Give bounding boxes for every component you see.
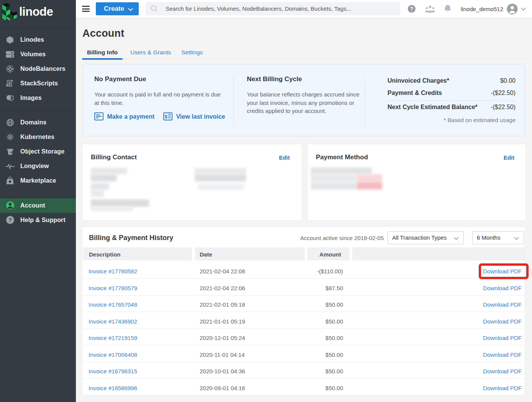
svg-text:?: ?: [8, 217, 11, 223]
svg-text:$: $: [164, 114, 167, 119]
svg-text:?: ?: [410, 6, 413, 12]
